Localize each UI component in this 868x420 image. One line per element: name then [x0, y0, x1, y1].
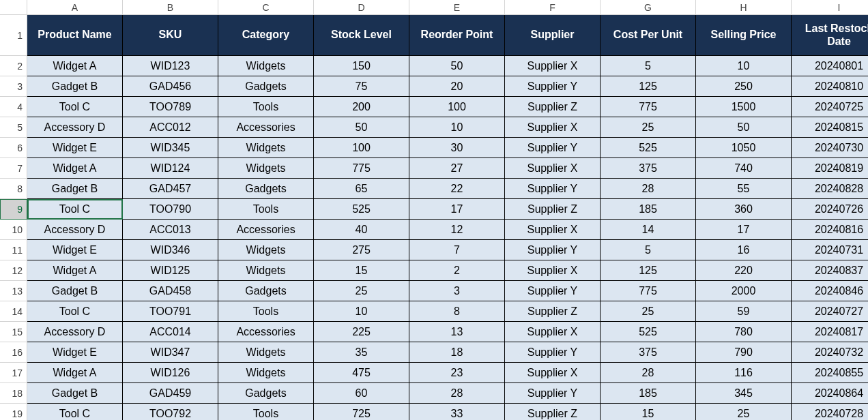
table-cell[interactable]: 200 — [314, 97, 409, 117]
table-cell[interactable]: 275 — [314, 240, 409, 260]
table-cell[interactable]: Widget E — [27, 342, 123, 363]
table-cell[interactable]: Tools — [218, 199, 314, 220]
table-cell[interactable]: 20240846 — [792, 281, 868, 301]
table-cell[interactable]: 13 — [409, 322, 505, 342]
table-cell[interactable]: Tool C — [27, 199, 123, 220]
table-cell[interactable]: 50 — [409, 56, 505, 76]
table-cell[interactable]: 55 — [696, 179, 792, 199]
table-cell[interactable]: 20240819 — [792, 158, 868, 179]
table-cell[interactable]: 525 — [314, 199, 409, 220]
table-cell[interactable]: 7 — [409, 240, 505, 260]
row-header-2[interactable]: 2 — [0, 56, 27, 76]
row-header-16[interactable]: 16 — [0, 342, 27, 363]
table-cell[interactable]: WID126 — [123, 363, 218, 383]
table-cell[interactable]: TOO791 — [123, 301, 218, 322]
table-cell[interactable]: 775 — [601, 97, 696, 117]
table-cell[interactable]: 33 — [409, 404, 505, 420]
table-cell[interactable]: Tool C — [27, 404, 123, 420]
table-cell[interactable]: 775 — [314, 158, 409, 179]
table-cell[interactable]: Widget A — [27, 260, 123, 281]
table-cell[interactable]: TOO790 — [123, 199, 218, 220]
row-header-3[interactable]: 3 — [0, 76, 27, 97]
table-cell[interactable]: Widgets — [218, 260, 314, 281]
table-cell[interactable]: Gadgets — [218, 383, 314, 404]
table-cell[interactable]: 20240817 — [792, 322, 868, 342]
row-header-8[interactable]: 8 — [0, 179, 27, 199]
table-cell[interactable]: Gadget B — [27, 281, 123, 301]
table-cell[interactable]: 1500 — [696, 97, 792, 117]
row-header-17[interactable]: 17 — [0, 363, 27, 383]
table-cell[interactable]: Gadget B — [27, 383, 123, 404]
table-cell[interactable]: 25 — [601, 117, 696, 138]
table-cell[interactable]: 780 — [696, 322, 792, 342]
row-header-1[interactable]: 1 — [0, 15, 27, 56]
table-cell[interactable]: Tool C — [27, 97, 123, 117]
table-cell[interactable]: 125 — [601, 76, 696, 97]
table-cell[interactable]: Accessories — [218, 117, 314, 138]
table-cell[interactable]: 725 — [314, 404, 409, 420]
table-cell[interactable]: 50 — [696, 117, 792, 138]
table-cell[interactable]: Supplier Y — [505, 342, 601, 363]
row-header-9[interactable]: 9 — [0, 199, 27, 220]
table-cell[interactable]: 3 — [409, 281, 505, 301]
table-cell[interactable]: 28 — [601, 363, 696, 383]
table-cell[interactable]: Supplier Y — [505, 240, 601, 260]
table-cell[interactable]: Supplier Z — [505, 404, 601, 420]
row-header-13[interactable]: 13 — [0, 281, 27, 301]
table-cell[interactable]: 20240815 — [792, 117, 868, 138]
table-cell[interactable]: 40 — [314, 220, 409, 240]
table-header-cell[interactable]: Supplier — [505, 15, 601, 56]
table-cell[interactable]: GAD457 — [123, 179, 218, 199]
table-cell[interactable]: TOO792 — [123, 404, 218, 420]
table-header-cell[interactable]: Selling Price — [696, 15, 792, 56]
row-header-14[interactable]: 14 — [0, 301, 27, 322]
table-cell[interactable]: 100 — [409, 97, 505, 117]
column-header-D[interactable]: D — [314, 0, 409, 15]
table-cell[interactable]: Tool C — [27, 301, 123, 322]
table-cell[interactable]: 475 — [314, 363, 409, 383]
table-cell[interactable]: 5 — [601, 240, 696, 260]
table-header-cell[interactable]: Reorder Point — [409, 15, 505, 56]
table-cell[interactable]: 14 — [601, 220, 696, 240]
table-cell[interactable]: 8 — [409, 301, 505, 322]
table-cell[interactable]: 59 — [696, 301, 792, 322]
table-cell[interactable]: 20240726 — [792, 199, 868, 220]
table-cell[interactable]: 775 — [601, 281, 696, 301]
table-cell[interactable]: 10 — [409, 117, 505, 138]
table-cell[interactable]: 375 — [601, 158, 696, 179]
table-cell[interactable]: WID345 — [123, 138, 218, 158]
table-cell[interactable]: 1050 — [696, 138, 792, 158]
table-cell[interactable]: WID123 — [123, 56, 218, 76]
table-cell[interactable]: Widgets — [218, 342, 314, 363]
table-cell[interactable]: 65 — [314, 179, 409, 199]
table-cell[interactable]: Widget A — [27, 158, 123, 179]
table-header-cell[interactable]: Stock Level — [314, 15, 409, 56]
table-cell[interactable]: Gadget B — [27, 76, 123, 97]
table-cell[interactable]: 185 — [601, 199, 696, 220]
table-cell[interactable]: Widget E — [27, 138, 123, 158]
column-header-I[interactable]: I — [792, 0, 868, 15]
spreadsheet-grid[interactable]: ABCDEFGHI1Product NameSKUCategoryStock L… — [0, 0, 868, 420]
table-cell[interactable]: 20 — [409, 76, 505, 97]
table-cell[interactable]: WID347 — [123, 342, 218, 363]
table-cell[interactable]: 116 — [696, 363, 792, 383]
table-cell[interactable]: 5 — [601, 56, 696, 76]
table-cell[interactable]: 20240855 — [792, 363, 868, 383]
table-cell[interactable]: 2 — [409, 260, 505, 281]
table-cell[interactable]: Accessory D — [27, 220, 123, 240]
table-cell[interactable]: Widgets — [218, 158, 314, 179]
table-cell[interactable]: Tools — [218, 301, 314, 322]
table-cell[interactable]: Supplier Y — [505, 76, 601, 97]
table-cell[interactable]: 16 — [696, 240, 792, 260]
column-header-A[interactable]: A — [27, 0, 123, 15]
table-cell[interactable]: 60 — [314, 383, 409, 404]
table-cell[interactable]: 23 — [409, 363, 505, 383]
table-cell[interactable]: Supplier X — [505, 56, 601, 76]
table-cell[interactable]: 740 — [696, 158, 792, 179]
table-cell[interactable]: Supplier X — [505, 322, 601, 342]
row-header-15[interactable]: 15 — [0, 322, 27, 342]
table-header-cell[interactable]: SKU — [123, 15, 218, 56]
table-cell[interactable]: ACC014 — [123, 322, 218, 342]
table-cell[interactable]: 20240801 — [792, 56, 868, 76]
table-header-cell[interactable]: Category — [218, 15, 314, 56]
